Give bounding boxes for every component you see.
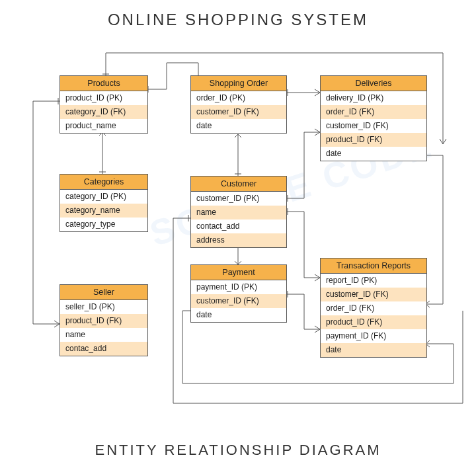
- entity-customer: Customer customer_ID (PK) name contact_a…: [190, 176, 287, 248]
- entity-header: Payment: [191, 265, 286, 280]
- field: product_ID (FK): [60, 314, 147, 328]
- entity-header: Categories: [60, 175, 147, 190]
- field: product_ID (PK): [60, 91, 147, 105]
- field: date: [191, 119, 286, 133]
- entity-categories: Categories category_ID (PK) category_nam…: [60, 174, 148, 232]
- field: category_ID (FK): [60, 105, 147, 119]
- entity-header: Customer: [191, 177, 286, 192]
- field: delivery_ID (PK): [321, 91, 426, 105]
- page-subtitle: ENTITY RELATIONSHIP DIAGRAM: [0, 442, 476, 459]
- field: seller_ID (PK): [60, 300, 147, 314]
- field: contact_add: [191, 219, 286, 233]
- entity-shopping-order: Shopping Order order_ID (PK) customer_ID…: [190, 75, 287, 134]
- field: name: [60, 328, 147, 342]
- field: product_ID (FK): [321, 315, 426, 329]
- field: order_ID (FK): [321, 301, 426, 315]
- entity-payment: Payment payment_ID (PK) customer_ID (FK)…: [190, 264, 287, 323]
- field: product_ID (FK): [321, 133, 426, 147]
- field: order_ID (FK): [321, 105, 426, 119]
- field: category_ID (PK): [60, 190, 147, 204]
- entity-transaction-reports: Transaction Reports report_ID (PK) custo…: [320, 258, 427, 358]
- entity-header: Products: [60, 76, 147, 91]
- field: date: [321, 147, 426, 161]
- entity-seller: Seller seller_ID (PK) product_ID (FK) na…: [60, 284, 148, 356]
- field: address: [191, 233, 286, 247]
- field: customer_ID (FK): [321, 119, 426, 133]
- entity-deliveries: Deliveries delivery_ID (PK) order_ID (FK…: [320, 75, 427, 161]
- field: customer_ID (FK): [191, 294, 286, 308]
- field: customer_ID (PK): [191, 192, 286, 206]
- field: date: [321, 343, 426, 357]
- entity-header: Shopping Order: [191, 76, 286, 91]
- field: report_ID (PK): [321, 274, 426, 288]
- entity-header: Deliveries: [321, 76, 426, 91]
- page-title: ONLINE SHOPPING SYSTEM: [0, 11, 476, 29]
- field: date: [191, 308, 286, 322]
- field: category_name: [60, 204, 147, 218]
- field: customer_ID (FK): [191, 105, 286, 119]
- field: customer_ID (FK): [321, 288, 426, 301]
- field: contac_add: [60, 342, 147, 356]
- field: category_type: [60, 218, 147, 231]
- entity-header: Seller: [60, 285, 147, 300]
- entity-header: Transaction Reports: [321, 258, 426, 274]
- field: product_name: [60, 119, 147, 133]
- field: order_ID (PK): [191, 91, 286, 105]
- field: payment_ID (PK): [191, 280, 286, 294]
- entity-products: Products product_ID (PK) category_ID (FK…: [60, 75, 148, 134]
- field: payment_ID (FK): [321, 329, 426, 343]
- field: name: [191, 206, 286, 219]
- diagram-stage: SOURCE CODE ONLINE SHOPPING SYSTEM ENTIT…: [0, 0, 476, 476]
